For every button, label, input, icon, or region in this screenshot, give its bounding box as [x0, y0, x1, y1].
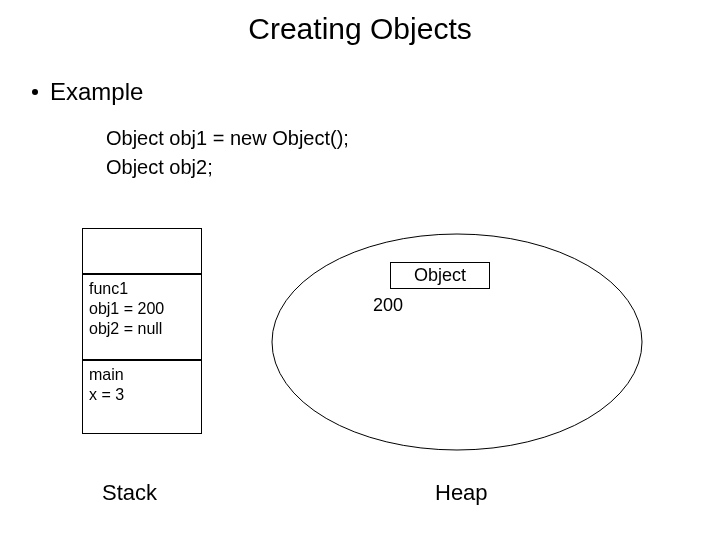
stack-frame-empty — [83, 228, 201, 274]
heap-object-box: Object — [390, 262, 490, 289]
bullet-dot-icon — [32, 89, 38, 95]
stack-diagram: func1 obj1 = 200 obj2 = null main x = 3 — [82, 228, 202, 434]
code-line-1: Object obj1 = new Object(); — [106, 124, 349, 153]
frame-func-var1: obj1 = 200 — [89, 299, 195, 319]
frame-func-name: func1 — [89, 279, 195, 299]
slide-title: Creating Objects — [0, 0, 720, 46]
frame-func-var2: obj2 = null — [89, 319, 195, 339]
bullet-example: Example — [32, 78, 143, 106]
heap-label: Heap — [435, 480, 488, 506]
code-line-2: Object obj2; — [106, 153, 349, 182]
stack-frame-func1: func1 obj1 = 200 obj2 = null — [83, 274, 201, 360]
heap-address: 200 — [373, 295, 403, 316]
code-block: Object obj1 = new Object(); Object obj2; — [106, 124, 349, 182]
stack-label: Stack — [102, 480, 157, 506]
bullet-text: Example — [50, 78, 143, 105]
frame-main-var1: x = 3 — [89, 385, 195, 405]
frame-main-name: main — [89, 365, 195, 385]
stack-frame-main: main x = 3 — [83, 360, 201, 434]
